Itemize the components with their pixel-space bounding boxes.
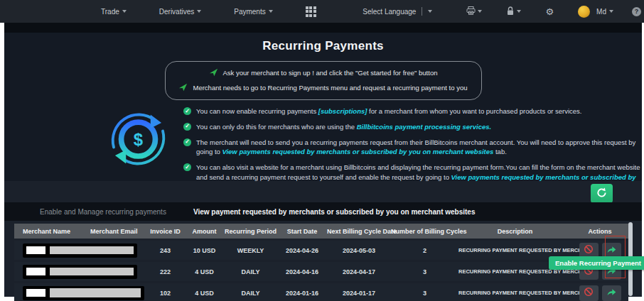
cell-invoice-id: 222 (146, 268, 185, 275)
chevron-down-icon (269, 10, 273, 13)
cell-invoice-id: 102 (146, 290, 185, 297)
nav-item-label: Trade (101, 8, 119, 16)
check-circle-icon: ✓ (183, 123, 191, 131)
col-amount: Amount (185, 228, 224, 235)
cell-start-date: 2024-04-26 (277, 247, 327, 254)
payments-table: Merchant Name Merchant Email Invoice ID … (14, 224, 628, 301)
user-name: Md (596, 8, 606, 16)
action-band (4, 181, 642, 202)
tab-bar: Enable and Manage recurring payments Vie… (4, 202, 642, 221)
nav-item-trade[interactable]: Trade (101, 8, 127, 16)
check-circle-icon: ✓ (183, 107, 191, 115)
chevron-down-icon (428, 10, 432, 13)
cell-period: WEEKLY (224, 247, 277, 254)
check-circle-icon: ✓ (183, 163, 191, 171)
chevron-down-icon (197, 10, 201, 13)
recurring-payment-icon: $ (104, 106, 172, 172)
top-band (4, 23, 642, 33)
redacted-merchant-info (14, 243, 146, 258)
printer-menu[interactable] (466, 6, 482, 16)
check-circle-icon: ✓ (183, 138, 191, 146)
page-content: Recurring Payments Ask your merchant to … (4, 23, 642, 297)
cell-description: RECURRING PAYMENT REQUESTED BY MERCHANT (458, 247, 571, 253)
col-next-billing: Next Billing Cycle Date (327, 228, 391, 235)
cell-start-date: 2024-04-16 (277, 268, 327, 275)
block-icon (584, 244, 594, 256)
billbitcoins-services-link[interactable]: Billbitcoins payment processing services… (357, 123, 492, 131)
enable-recurring-payment-tooltip: Enable Recurring Payment (549, 256, 644, 270)
table-header-row: Merchant Name Merchant Email Invoice ID … (14, 224, 628, 239)
cell-period: DAILY (224, 290, 277, 297)
cell-cycles: 3 (391, 290, 458, 297)
cell-start-date: 2024-01-16 (277, 290, 327, 297)
chevron-down-icon (609, 10, 613, 13)
cell-next-billing: 2024-05-03 (327, 247, 391, 254)
cell-cycles: 3 (391, 268, 458, 275)
cell-next-billing: 2024-04-17 (327, 268, 391, 275)
redacted-merchant-info (14, 286, 146, 300)
redacted-merchant-info (14, 265, 146, 279)
table-row: 102 4 USD DAILY 2024-01-16 2024-01-17 3 … (14, 283, 628, 301)
view-payments-link[interactable]: View payments requested by merchants or … (222, 148, 493, 155)
table-row: 243 10 USD WEEKLY 2024-04-26 2024-05-03 … (14, 241, 628, 260)
col-billing-cycles: Number of Billing Cycles (391, 228, 458, 235)
chevron-down-icon (517, 10, 521, 13)
decline-payment-button[interactable] (579, 285, 599, 301)
bullet-text: You can now enable recurring payments [s… (196, 106, 581, 116)
bullet-item: ✓ You can only do this for merchants who… (183, 122, 642, 132)
cell-amount: 4 USD (185, 290, 224, 297)
block-icon (584, 287, 594, 299)
cell-invoice-id: 243 (146, 247, 185, 254)
settings-button[interactable]: ⚙ (545, 6, 554, 17)
nav-item-payments[interactable]: Payments (234, 8, 272, 16)
col-merchant-email: Merchant Email (82, 228, 146, 235)
bullet-text: The merchant will need to send you a rec… (196, 138, 642, 158)
col-invoice-id: Invoice ID (146, 228, 185, 235)
instruction-text: Ask your merchant to sign up ! and click… (223, 69, 438, 77)
bullet-text: You can only do this for merchants who a… (196, 122, 491, 132)
subscriptions-link[interactable]: [subscriptions] (318, 107, 367, 115)
cell-next-billing: 2024-01-17 (327, 290, 391, 297)
svg-text:$: $ (134, 130, 143, 149)
refresh-history-button[interactable] (591, 184, 613, 203)
language-label: Select Language (363, 8, 416, 16)
user-menu[interactable]: Md (578, 6, 613, 18)
col-start-date: Start Date (277, 228, 327, 235)
cell-cycles: 2 (391, 247, 458, 254)
paper-plane-icon (178, 83, 188, 92)
nav-item-derivatives[interactable]: Derivatives (159, 8, 201, 16)
help-icon[interactable]: ? (632, 7, 641, 16)
apps-grid-icon[interactable] (306, 6, 316, 17)
nav-right: Select Language ⚙ Md (363, 6, 641, 18)
cell-description: RECURRING PAYMENT REQUESTED BY MERCHANT (458, 290, 571, 296)
gear-icon: ⚙ (545, 6, 554, 17)
page-title: Recurring Payments (4, 33, 642, 53)
avatar (578, 6, 590, 18)
paper-plane-icon (209, 68, 218, 77)
bullet-item: ✓ You can now enable recurring payments … (183, 106, 642, 116)
col-actions: Actions (571, 228, 628, 235)
tab-view-requested[interactable]: View payment requested by merchants or s… (193, 208, 476, 216)
cell-actions (571, 285, 628, 301)
cell-period: DAILY (224, 268, 277, 275)
table-row: 222 4 USD DAILY 2024-04-16 2024-04-17 3 … (14, 262, 628, 281)
language-selector[interactable]: Select Language (363, 7, 432, 16)
lock-icon (506, 6, 515, 17)
forward-arrow-icon (606, 245, 617, 256)
enable-payment-button[interactable] (602, 285, 621, 301)
col-recurring-period: Recurring Period (224, 228, 277, 235)
table-section: Merchant Name Merchant Email Invoice ID … (4, 221, 642, 297)
instruction-line: Ask your merchant to sign up ! and click… (174, 68, 473, 77)
tab-enable-manage[interactable]: Enable and Manage recurring payments (40, 208, 166, 216)
security-menu[interactable] (506, 6, 521, 17)
bullet-item: ✓ The merchant will need to send you a r… (183, 138, 642, 158)
nav-item-label: Derivatives (159, 8, 194, 16)
nav-item-label: Payments (234, 8, 265, 16)
col-merchant-name: Merchant Name (14, 228, 82, 235)
divider (422, 7, 422, 16)
cell-amount: 10 USD (185, 247, 224, 254)
chevron-down-icon (478, 10, 482, 13)
history-icon (596, 187, 607, 200)
main-info-section: Recurring Payments Ask your merchant to … (4, 33, 642, 181)
instruction-box: Ask your merchant to sign up ! and click… (165, 61, 482, 100)
